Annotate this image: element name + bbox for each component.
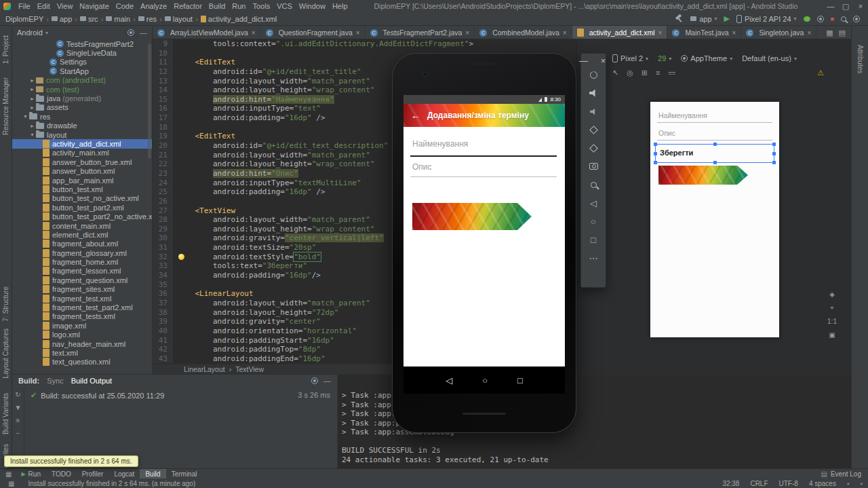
chevron-right-icon[interactable]: ▸ — [28, 86, 36, 92]
resize-handle[interactable] — [654, 143, 657, 146]
close-tab-icon[interactable]: × — [356, 29, 360, 37]
menu-view[interactable]: View — [54, 2, 77, 10]
intention-bulb-icon[interactable] — [178, 254, 184, 260]
design-hint-title[interactable]: Найменування — [658, 111, 707, 119]
breadcrumb-item[interactable]: TextView — [235, 365, 264, 373]
breadcrumb-item[interactable]: DiplomEPY — [5, 15, 43, 23]
menu-tools[interactable]: Tools — [249, 2, 273, 10]
resize-handle[interactable] — [654, 161, 657, 164]
indent-setting[interactable]: 4 spaces — [809, 480, 836, 487]
breadcrumb-item[interactable]: src — [80, 15, 98, 23]
code-text[interactable] — [173, 280, 177, 290]
editor-layout-icon[interactable]: ▦ — [826, 29, 833, 37]
chevron-right-icon[interactable]: ▸ — [28, 96, 36, 102]
code-text[interactable]: android:paddingTop="8dp" — [173, 345, 321, 354]
view-options-icon[interactable]: ◎ — [627, 69, 633, 77]
tree-item-answer_button_true.xml[interactable]: answer_button_true.xml — [12, 157, 152, 166]
run-button[interactable]: ▶ — [724, 14, 730, 23]
menu-run[interactable]: Run — [229, 2, 249, 10]
design-hint-description[interactable]: Опис — [658, 129, 675, 137]
resize-handle[interactable] — [713, 143, 717, 146]
notifications-icon[interactable]: ▪ — [860, 480, 863, 487]
settings-gear-icon[interactable] — [853, 16, 860, 22]
code-text[interactable]: android:layout_height="wrap_content" — [173, 159, 374, 169]
description-input[interactable]: Опис — [412, 162, 432, 172]
tree-item-StartApp[interactable]: CStartApp — [12, 67, 152, 75]
tree-item-Settings[interactable]: CSettings — [12, 58, 152, 67]
tree-item-assets[interactable]: ▸assets — [12, 103, 152, 112]
select-tool-icon[interactable]: ↖ — [612, 69, 618, 77]
tab-activity_add_dict.xml[interactable]: activity_add_dict.xml× — [572, 26, 668, 39]
scrollbar[interactable] — [148, 43, 151, 159]
tab-QuestionFragment.java[interactable]: CQuestionFragment.java× — [261, 26, 366, 39]
tree-item-answer_button.xml[interactable]: answer_button.xml — [12, 166, 152, 175]
menu-window[interactable]: Window — [296, 2, 329, 10]
caret-position[interactable]: 32:38 — [722, 480, 739, 487]
chevron-down-icon[interactable]: ▾ — [22, 113, 29, 119]
close-tab-icon[interactable]: × — [658, 29, 663, 37]
breadcrumb-item[interactable]: activity_add_dict.xml — [201, 15, 277, 23]
design-canvas[interactable]: Найменування Опис Зберегти — [650, 102, 779, 337]
chevron-right-icon[interactable]: ▸ — [28, 123, 36, 129]
menu-build[interactable]: Build — [205, 2, 229, 10]
tool-button-attributes[interactable]: Attributes — [856, 45, 864, 73]
file-encoding[interactable]: UTF-8 — [779, 480, 798, 487]
pan-icon[interactable]: ◈ — [827, 290, 837, 298]
design-device-selector[interactable]: Pixel 2 ▾ — [612, 54, 648, 62]
code-text[interactable]: android:layout_height="wrap_content" — [173, 86, 374, 95]
tab-MainTest.java[interactable]: CMainTest.java× — [667, 26, 741, 39]
menu-navigate[interactable]: Navigate — [76, 2, 112, 10]
code-text[interactable]: android:layout_width="match_parent" — [173, 77, 370, 86]
tree-item-nav_header_main.xml[interactable]: nav_header_main.xml — [12, 339, 152, 348]
build-hammer-icon[interactable] — [675, 14, 684, 23]
breadcrumb-item[interactable]: layout — [165, 15, 193, 23]
device-selector[interactable]: Pixel 2 API 24 ▾ — [736, 15, 797, 23]
code-text[interactable] — [173, 123, 177, 132]
guides-icon[interactable]: ≡ — [656, 69, 660, 77]
code-text[interactable]: tools:text="Зберегти" — [173, 261, 307, 271]
code-text[interactable]: android:id="@+id/edit_text_title" — [173, 67, 361, 77]
tool-window-switcher-icon[interactable]: ▦ — [3, 470, 14, 478]
code-text[interactable]: android:padding="16dp" /> — [173, 187, 326, 197]
code-text[interactable]: android:inputType="text" — [173, 104, 321, 113]
toolwindow-run[interactable]: ▶Run — [16, 469, 46, 478]
code-text[interactable]: <LinearLayout — [173, 289, 254, 299]
tree-item-com[interactable]: ▸com (androidTest) — [12, 76, 152, 85]
code-text[interactable]: android:hint="Опис" — [173, 169, 298, 179]
code-text[interactable]: android:layout_height="wrap_content" — [173, 225, 374, 234]
code-text[interactable] — [173, 49, 177, 58]
tree-item-app_bar_main.xml[interactable]: app_bar_main.xml — [12, 176, 152, 185]
rotate-right-icon[interactable] — [586, 141, 601, 155]
resize-handle[interactable] — [654, 152, 657, 155]
tool-button-build-variants[interactable]: Build Variants — [2, 393, 9, 434]
code-text[interactable]: tools:context=".ui.addEditDictionary.Add… — [173, 39, 473, 49]
breadcrumb-item[interactable]: LinearLayout — [184, 365, 225, 373]
tree-item-text_question.xml[interactable]: text_question.xml — [12, 358, 152, 367]
debug-button[interactable] — [804, 16, 810, 22]
nav-back-icon[interactable]: ◁ — [446, 375, 452, 386]
tool-button-1-project[interactable]: 1: Project — [2, 35, 9, 64]
tree-item-layout[interactable]: ▾layout — [12, 130, 152, 139]
tree-item-TestsFragmentPart2[interactable]: CTestsFragmentPart2 — [12, 39, 152, 48]
tree-item-text.xml[interactable]: text.xml — [12, 348, 152, 357]
code-text[interactable]: android:paddingEnd="16dp" — [173, 354, 326, 364]
close-button[interactable]: × — [853, 2, 868, 11]
nav-home-icon[interactable]: ○ — [482, 375, 488, 386]
tree-item-fragment_home.xml[interactable]: fragment_home.xml — [12, 257, 152, 266]
minimize-icon[interactable]: — — [576, 54, 591, 67]
volume-down-icon[interactable] — [586, 105, 601, 118]
device-frame-icon[interactable]: ▭ — [668, 69, 675, 77]
code-text[interactable]: android:layout_width="match_parent" — [173, 151, 370, 160]
tree-item-SingleLiveData[interactable]: CSingleLiveData — [12, 48, 152, 57]
code-text[interactable]: android:inputType="textMultiLine" — [173, 179, 361, 188]
zoom-in-icon[interactable]: + — [827, 304, 837, 312]
code-text[interactable]: <EditText — [173, 132, 235, 141]
tree-item-content_main.xml[interactable]: content_main.xml — [12, 221, 152, 230]
menu-edit[interactable]: Edit — [34, 2, 54, 10]
power-icon[interactable] — [586, 68, 601, 81]
project-view-selector[interactable]: Android ▾ — — [12, 26, 152, 39]
close-tab-icon[interactable]: × — [807, 29, 811, 37]
close-tab-icon[interactable]: × — [732, 29, 736, 37]
chevron-down-icon[interactable]: ▾ — [28, 132, 36, 138]
code-text[interactable] — [173, 197, 177, 206]
